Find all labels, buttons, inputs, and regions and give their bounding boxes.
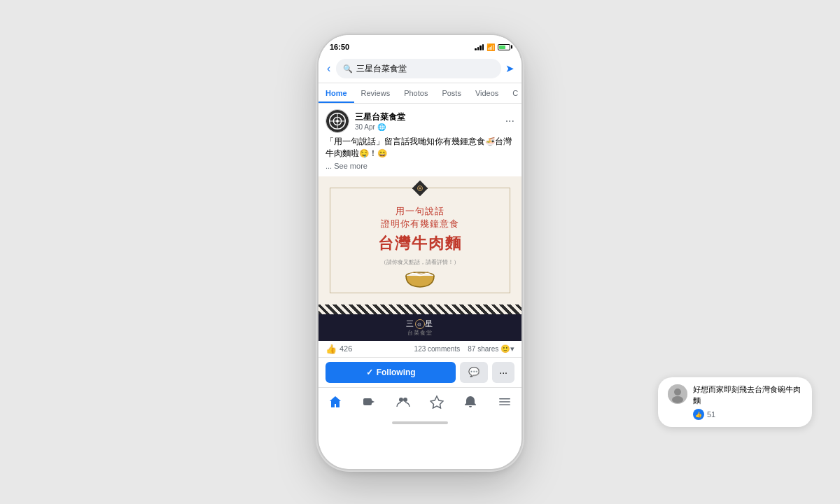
action-buttons: ✓ Following 💬 ··· [318,358,522,387]
poster-line3: 台灣牛肉麵 [339,233,501,254]
poster-bottom-band: 三⊙星 台菜食堂 [318,314,522,341]
poster-line2: 證明你有幾鐘意食 [339,218,501,230]
home-indicator [318,416,522,430]
status-time: 16:50 [330,43,349,51]
post-meta: 30 Apr 🌐 [355,123,405,131]
messenger-button[interactable]: 💬 [460,362,488,383]
comment-avatar [668,384,687,404]
comment-bubble: 好想而家即刻飛去台灣食碗牛肉麵 👍 51 [658,377,812,427]
home-nav-icon [328,395,342,409]
status-bar: 16:50 📶 [318,35,522,55]
like-reaction-icon: 👍 [326,344,337,354]
poster-content: 用一句說話 證明你有幾鐘意食 台灣牛肉麵 （請你食又點話，請看詳情！） [318,176,522,304]
svg-point-12 [399,398,403,402]
phone-screen: 16:50 📶 ‹ 🔍 [318,35,522,469]
signal-icon [475,43,484,50]
post-area: 三星台菜食堂 30 Apr 🌐 ··· 「用一句說話」留言話我哋知你有幾鍾意食🍜… [318,104,522,430]
search-input-box[interactable]: 🔍 三星台菜食堂 [336,59,501,78]
nav-menu[interactable] [491,393,519,410]
svg-point-13 [403,398,407,402]
see-more-button[interactable]: ... See more [326,162,368,170]
noodle-bowl-icon [339,269,501,290]
poster-bottom-logo: 三⊙星 [406,318,434,329]
scene: 16:50 📶 ‹ 🔍 [0,0,840,504]
comment-content: 好想而家即刻飛去台灣食碗牛肉麵 👍 51 [693,384,802,420]
svg-point-19 [674,388,681,396]
poster-border: 用一句說話 證明你有幾鐘意食 台灣牛肉麵 （請你食又點話，請看詳情！） [330,188,510,293]
following-label: Following [377,368,416,377]
like-thumb-icon: 👍 [693,409,704,420]
poster-sub-text: （請你食又點話，請看詳情！） [339,258,501,266]
search-bar-area: ‹ 🔍 三星台菜食堂 ➤ [318,55,522,83]
status-icons: 📶 [475,43,510,51]
tab-more[interactable]: C [505,83,522,103]
more-actions-button[interactable]: ··· [492,362,514,383]
nav-notifications[interactable] [456,393,484,410]
poster-logo-icon [412,181,428,196]
search-text: 三星台菜食堂 [356,63,407,75]
battery-icon [498,44,510,50]
like-count: 51 [707,410,715,419]
post-text-line2: 牛肉麵啦🤤！😄 [326,149,387,158]
wifi-icon: 📶 [486,43,495,51]
tab-reviews[interactable]: Reviews [354,83,398,103]
notifications-nav-icon [463,395,477,409]
poster-main-text: 用一句說話 證明你有幾鐘意食 台灣牛肉麵 （請你食又點話，請看詳情！） [339,205,501,266]
poster-bottom-subtitle: 台菜食堂 [406,329,434,337]
nav-groups[interactable] [389,393,417,410]
phone: 16:50 📶 ‹ 🔍 [318,35,522,469]
following-check-icon: ✓ [366,368,373,377]
tab-photos[interactable]: Photos [397,83,435,103]
bottom-nav [318,387,522,416]
svg-point-20 [672,396,683,403]
following-button[interactable]: ✓ Following [326,362,456,383]
pages-nav-icon [430,395,444,409]
comment-text: 好想而家即刻飛去台灣食碗牛肉麵 [693,384,802,406]
messenger-icon: 💬 [468,367,479,377]
comment-likes: 👍 51 [693,409,802,420]
post-text: 「用一句說話」留言話我哋知你有幾鍾意食🍜台灣 牛肉麵啦🤤！😄 ... See m… [318,136,522,176]
svg-rect-15 [499,398,510,400]
comments-count: 123 comments [414,345,461,353]
reaction-count: 426 [340,344,352,353]
wave-pattern [318,304,522,314]
globe-icon: 🌐 [377,123,386,131]
tab-posts[interactable]: Posts [435,83,468,103]
post-image: 用一句說話 證明你有幾鐘意食 台灣牛肉麵 （請你食又點話，請看詳情！） [318,176,522,341]
post-date: 30 Apr [355,123,375,131]
post-header: 三星台菜食堂 30 Apr 🌐 ··· [318,104,522,136]
menu-nav-icon [498,395,512,409]
commenter-avatar-icon [668,384,687,404]
svg-marker-14 [430,396,443,408]
svg-point-8 [419,187,421,189]
nav-home[interactable] [321,393,349,410]
engagement-row: 👍 426 123 comments 87 shares 🙂▾ [318,341,522,358]
tab-home[interactable]: Home [318,83,354,103]
groups-nav-icon [396,395,410,409]
share-button[interactable]: ➤ [505,62,514,75]
back-button[interactable]: ‹ [326,61,332,76]
poster-line1: 用一句說話 [339,205,501,218]
post-text-line1: 「用一句說話」留言話我哋知你有幾鍾意食🍜台灣 [326,137,512,146]
page-avatar-icon [326,109,349,133]
svg-marker-11 [372,400,374,403]
svg-rect-16 [499,401,510,402]
avatar [326,109,349,133]
nav-pages[interactable] [423,393,451,410]
engagement-stats: 123 comments 87 shares 🙂▾ [414,344,514,354]
reactions: 👍 426 [326,344,352,354]
post-user-info: 三星台菜食堂 30 Apr 🌐 [326,109,405,133]
home-bar [392,421,448,424]
page-name: 三星台菜食堂 [355,111,405,123]
svg-rect-10 [363,398,372,405]
more-button[interactable]: ··· [505,115,514,127]
tab-videos[interactable]: Videos [468,83,505,103]
nav-video[interactable] [355,393,383,410]
more-actions-icon: ··· [499,367,507,378]
emoji-reactions-icon: 🙂▾ [500,344,514,353]
video-nav-icon [362,395,376,409]
search-icon: 🔍 [343,64,353,74]
tabs-bar: Home Reviews Photos Posts Videos C [318,83,522,104]
svg-rect-17 [499,404,510,405]
shares-count: 87 shares [468,345,498,353]
